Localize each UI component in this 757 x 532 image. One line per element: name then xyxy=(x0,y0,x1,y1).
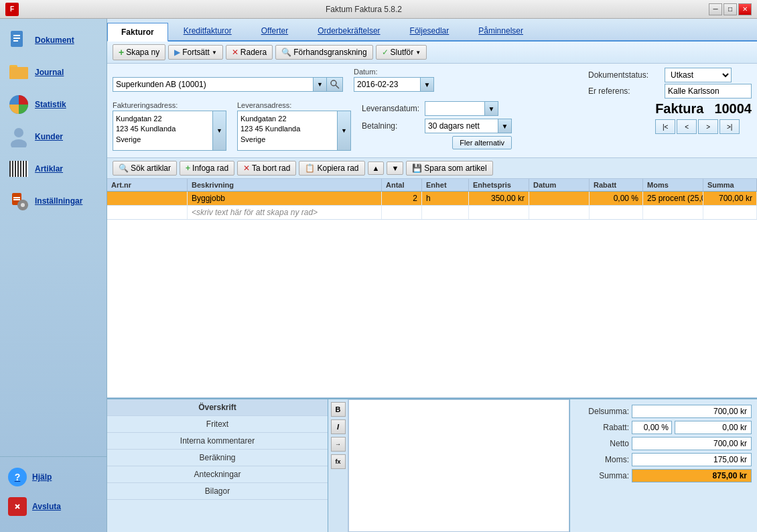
leveransdatum-input[interactable] xyxy=(425,101,485,116)
fortsatt-button[interactable]: ▶ Fortsätt ▼ xyxy=(168,45,223,60)
customer-search-button[interactable] xyxy=(327,77,343,92)
navigation-buttons: |< < > >| xyxy=(655,119,740,134)
netto-value: 700,00 kr xyxy=(632,437,752,450)
svg-line-23 xyxy=(336,85,339,88)
moms-value: 175,00 kr xyxy=(632,453,752,466)
app-logo: F xyxy=(5,3,19,16)
tab-foljesedlar[interactable]: Följesedlar xyxy=(396,21,464,40)
leveransadress-dropdown[interactable]: ▼ xyxy=(338,111,351,151)
bold-button[interactable]: B xyxy=(331,402,346,417)
nav-next-button[interactable]: > xyxy=(698,119,718,134)
indent-button[interactable]: → xyxy=(331,437,346,452)
datum-picker-button[interactable]: ▼ xyxy=(421,77,434,92)
sidebar-item-artiklar[interactable]: Artiklar xyxy=(0,153,107,185)
sidebar-journal-label: Journal xyxy=(35,68,64,77)
svg-rect-11 xyxy=(13,197,20,198)
rabatt-kr-value: 0,00 kr xyxy=(675,421,752,434)
bottom-tab-bilagor[interactable]: Bilagor xyxy=(107,483,328,500)
editor-textarea[interactable] xyxy=(348,399,569,532)
bottom-tab-interna-kommentarer[interactable]: Interna kommentarer xyxy=(107,433,328,450)
bottom-tab-fritext[interactable]: Fritext xyxy=(107,416,328,433)
spara-som-artikel-button[interactable]: 💾 Spara som artikel xyxy=(406,161,492,176)
bottom-tab-overskrift[interactable]: Överskrift xyxy=(107,399,328,416)
nav-last-button[interactable]: >| xyxy=(719,119,740,134)
sidebar-dokument-label: Dokument xyxy=(35,36,74,45)
customer-dropdown-button[interactable]: ▼ xyxy=(314,77,327,92)
datum-input[interactable] xyxy=(354,77,421,92)
cell-beskrivning: Byggjobb xyxy=(188,192,382,205)
sidebar-item-dokument[interactable]: Dokument xyxy=(0,24,107,56)
bottom-tab-anteckningar[interactable]: Anteckningar xyxy=(107,466,328,483)
leveransdatum-picker[interactable]: ▼ xyxy=(485,101,498,116)
sidebar-item-journal[interactable]: Journal xyxy=(0,56,107,88)
slutfor-dropdown: ▼ xyxy=(415,50,421,56)
ta-bort-rad-button[interactable]: ✕ Ta bort rad xyxy=(237,161,296,176)
invoice-number: 10004 xyxy=(714,101,752,117)
nav-prev-button[interactable]: < xyxy=(677,119,697,134)
bottom-content: B I → fx xyxy=(328,399,569,532)
table-new-row[interactable]: <skriv text här för att skapa ny rad> xyxy=(107,206,757,220)
save-article-icon: 💾 xyxy=(412,163,422,173)
invoice-form: ▼ Datum: ▼ xyxy=(107,64,757,158)
customer-input[interactable] xyxy=(113,77,314,92)
infoga-rad-button[interactable]: + Infoga rad xyxy=(180,161,234,176)
cell-enhet: h xyxy=(422,192,469,205)
tab-offerter[interactable]: Offerter xyxy=(247,21,302,40)
col-enhet: Enhet xyxy=(422,179,469,191)
tab-paminnelser[interactable]: Påminnelser xyxy=(464,21,537,40)
help-button[interactable]: ? Hjälp xyxy=(0,462,107,492)
col-moms: Moms xyxy=(643,179,703,191)
leveransadress-label: Leveransadress: xyxy=(237,101,351,109)
er-referens-input[interactable] xyxy=(665,84,752,98)
arrow-up-button[interactable]: ▲ xyxy=(368,161,385,175)
skapa-ny-button[interactable]: + Skapa ny xyxy=(113,44,165,60)
svg-rect-1 xyxy=(13,35,20,36)
document-icon xyxy=(8,29,29,51)
italic-button[interactable]: I xyxy=(331,419,346,434)
tab-fakturor[interactable]: Fakturor xyxy=(107,23,168,42)
faktureringsadress-dropdown[interactable]: ▼ xyxy=(213,111,226,151)
col-summa: Summa xyxy=(703,179,757,191)
arrow-icon: ▶ xyxy=(174,48,180,57)
betalning-dropdown[interactable]: ▼ xyxy=(498,119,512,133)
new-row-placeholder: <skriv text här för att skapa ny rad> xyxy=(188,206,382,219)
dropdown-arrow: ▼ xyxy=(212,50,217,56)
radera-button[interactable]: ✕ Radera xyxy=(226,45,273,60)
formula-button[interactable]: fx xyxy=(331,454,346,469)
editor-buttons: B I → fx xyxy=(328,399,348,532)
forhandsgranskning-button[interactable]: 🔍 Förhandsgranskning xyxy=(275,45,372,60)
kopiera-rad-button[interactable]: 📋 Kopiera rad xyxy=(299,161,364,176)
dokumentstatus-select[interactable]: Utkast xyxy=(665,68,732,82)
exit-button[interactable]: Avsluta xyxy=(0,492,107,521)
tab-bar: Fakturor Kreditfakturor Offerter Orderbe… xyxy=(107,19,757,42)
moms-label: Moms: xyxy=(575,455,629,464)
maximize-button[interactable]: □ xyxy=(724,3,737,15)
slutfor-button[interactable]: ✓ Slutför ▼ xyxy=(376,45,427,60)
minimize-button[interactable]: ─ xyxy=(709,3,722,15)
more-options-button[interactable]: Fler alternativ xyxy=(452,136,512,149)
tab-orderbekraftelser[interactable]: Orderbekräftelser xyxy=(303,21,394,40)
svg-point-8 xyxy=(14,128,23,137)
col-beskrivning: Beskrivning xyxy=(188,179,382,191)
summary-moms-row: Moms: 175,00 kr xyxy=(575,453,752,466)
nav-first-button[interactable]: |< xyxy=(655,119,675,134)
dokumentstatus-label: Dokumentstatus: xyxy=(588,70,662,80)
add-row-icon: + xyxy=(186,163,190,173)
svg-rect-18 xyxy=(26,204,28,206)
svg-rect-12 xyxy=(13,199,20,200)
sidebar-item-installningar[interactable]: Inställningar xyxy=(0,185,107,217)
arrow-down-button[interactable]: ▼ xyxy=(387,161,403,175)
sidebar-item-kunder[interactable]: Kunder xyxy=(0,121,107,153)
sidebar-item-statistik[interactable]: Statistik xyxy=(0,88,107,121)
sidebar-statistik-label: Statistik xyxy=(35,100,66,109)
tab-kreditfakturor[interactable]: Kreditfakturor xyxy=(169,21,246,40)
cell-antal: 2 xyxy=(382,192,422,205)
col-enhetspris: Enhetspris xyxy=(469,179,529,191)
betalning-input[interactable] xyxy=(425,119,498,133)
close-button[interactable]: ✕ xyxy=(738,3,752,15)
sok-artiklar-button[interactable]: 🔍 Sök artiklar xyxy=(113,161,177,176)
table-row[interactable]: Byggjobb 2 h 350,00 kr 0,00 % 25 procent… xyxy=(107,192,757,206)
summa-value: 875,00 kr xyxy=(632,469,752,482)
bottom-tab-berakning[interactable]: Beräkning xyxy=(107,450,328,466)
summa-label: Summa: xyxy=(575,471,629,480)
